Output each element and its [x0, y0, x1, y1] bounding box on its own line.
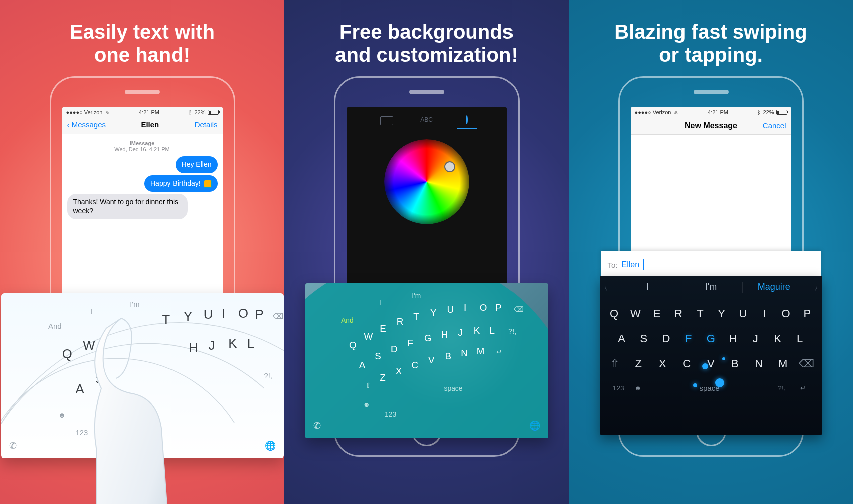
numeric-key[interactable]: 123 — [609, 378, 629, 398]
globe-icon[interactable]: 🌐 — [265, 440, 276, 451]
key-m[interactable]: M — [476, 346, 484, 356]
key-g[interactable]: G — [424, 333, 432, 343]
key-t[interactable]: T — [413, 311, 419, 322]
key-a[interactable]: A — [611, 326, 633, 351]
key-b[interactable]: B — [445, 351, 451, 361]
color-wheel[interactable] — [384, 139, 469, 224]
key-i[interactable]: I — [222, 306, 225, 320]
tab-abc[interactable]: ABC — [417, 116, 437, 129]
key-p[interactable]: P — [797, 301, 818, 326]
key-s[interactable]: S — [95, 372, 103, 386]
key-y[interactable]: Y — [430, 307, 436, 318]
key-h[interactable]: H — [722, 326, 744, 351]
key-a[interactable]: A — [75, 382, 84, 396]
key-u[interactable]: U — [732, 301, 754, 326]
key-l[interactable]: L — [247, 336, 254, 350]
spacebar[interactable]: space — [444, 384, 462, 392]
suggestion-i[interactable]: I — [90, 307, 92, 315]
key-e[interactable]: E — [646, 301, 668, 326]
emoji-icon[interactable]: ☻ — [363, 400, 370, 408]
tab-background[interactable] — [377, 116, 397, 129]
suggestion-im[interactable]: I'm — [130, 300, 139, 308]
key-a[interactable]: A — [359, 360, 365, 370]
key-e[interactable]: E — [380, 323, 386, 334]
suggestion-i[interactable]: I — [380, 298, 382, 306]
key-k[interactable]: K — [473, 325, 480, 336]
backspace-icon[interactable]: ⌫ — [513, 305, 523, 313]
globe-icon[interactable]: 🌐 — [529, 420, 540, 431]
key-p[interactable]: P — [495, 302, 502, 313]
color-dot-icon[interactable] — [444, 161, 455, 172]
emoji-key[interactable]: ☻ — [630, 378, 647, 398]
key-b[interactable]: B — [723, 351, 747, 376]
key-l[interactable]: L — [789, 326, 811, 351]
key-r[interactable]: R — [668, 301, 690, 326]
key-q[interactable]: Q — [604, 301, 625, 326]
tab-color[interactable] — [457, 116, 477, 129]
punct-key[interactable]: ?!, — [508, 327, 516, 335]
key-r[interactable]: R — [396, 316, 403, 327]
key-y[interactable]: Y — [711, 301, 733, 326]
key-y[interactable]: Y — [184, 309, 192, 323]
key-p[interactable]: P — [255, 307, 263, 321]
key-z[interactable]: Z — [380, 372, 385, 383]
key-k[interactable]: K — [767, 326, 789, 351]
key-w[interactable]: W — [83, 338, 95, 352]
key-u[interactable]: U — [447, 304, 454, 315]
key-n[interactable]: N — [461, 348, 468, 358]
key-s[interactable]: S — [375, 351, 381, 361]
key-d[interactable]: D — [390, 344, 397, 354]
back-button[interactable]: ‹ Messages — [67, 120, 106, 129]
key-l[interactable]: L — [489, 325, 494, 336]
key-u[interactable]: U — [203, 307, 213, 321]
suggestion-and[interactable]: And — [341, 316, 354, 324]
key-t[interactable]: T — [690, 301, 711, 326]
key-j[interactable]: J — [744, 326, 766, 351]
key-j[interactable]: J — [458, 327, 462, 338]
key-h[interactable]: H — [189, 341, 198, 355]
key-o[interactable]: O — [238, 306, 248, 320]
key-g[interactable]: G — [700, 326, 722, 351]
key-f[interactable]: F — [407, 338, 413, 348]
spacebar[interactable]: space — [648, 380, 771, 396]
suggestion-3[interactable]: Maguire — [743, 280, 805, 294]
key-h[interactable]: H — [441, 329, 448, 340]
key-t[interactable]: T — [162, 312, 170, 326]
key-s[interactable]: S — [633, 326, 655, 351]
return-key[interactable]: ↵ — [793, 378, 813, 398]
emoji-icon[interactable]: ☻ — [58, 411, 66, 419]
cancel-button[interactable]: Cancel — [763, 121, 786, 130]
key-o[interactable]: O — [479, 302, 487, 313]
backspace-icon[interactable]: ⌫ — [273, 312, 283, 320]
key-q[interactable]: Q — [62, 347, 72, 361]
numeric-key[interactable]: 123 — [75, 429, 88, 437]
punct-key[interactable]: ?!, — [264, 372, 272, 380]
key-f[interactable]: F — [677, 326, 700, 351]
backspace-key[interactable]: ⌫ — [795, 351, 818, 376]
suggestion-2[interactable]: I'm — [679, 280, 742, 294]
key-c[interactable]: C — [675, 351, 699, 376]
key-w[interactable]: W — [625, 301, 646, 326]
to-field[interactable]: To: Ellen — [601, 251, 821, 279]
punct-key[interactable]: ?!, — [772, 378, 792, 398]
key-x[interactable]: X — [651, 351, 675, 376]
key-d[interactable]: D — [655, 326, 677, 351]
suggestion-and[interactable]: And — [48, 322, 61, 330]
suggestion-im[interactable]: I'm — [412, 292, 421, 300]
return-icon[interactable]: ↵ — [496, 348, 502, 356]
dark-keyboard[interactable]: I I'm Maguire Q W E R T Y U — [600, 276, 822, 435]
shift-icon[interactable]: ⇧ — [365, 381, 371, 389]
key-w[interactable]: W — [364, 331, 373, 342]
key-q[interactable]: Q — [349, 340, 356, 350]
key-o[interactable]: O — [775, 301, 797, 326]
key-n[interactable]: N — [747, 351, 771, 376]
key-k[interactable]: K — [228, 336, 237, 350]
key-i[interactable]: I — [754, 301, 775, 326]
key-v[interactable]: V — [428, 355, 434, 365]
arc-keyboard-2[interactable]: And I I'm Q W E R T Y U I O P ⌫ A S D — [305, 283, 548, 438]
arc-toggle-left-icon[interactable] — [605, 282, 617, 293]
key-x[interactable]: X — [395, 366, 402, 376]
key-m[interactable]: M — [771, 351, 795, 376]
key-i[interactable]: I — [464, 302, 466, 313]
key-c[interactable]: C — [411, 360, 418, 370]
